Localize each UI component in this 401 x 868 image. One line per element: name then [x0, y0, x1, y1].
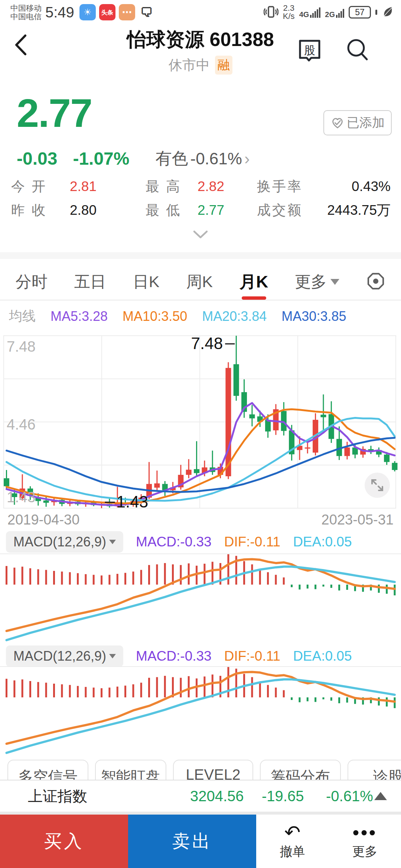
feature-tabs-row: 多空信号 智能盯盘 LEVEL2 筹码分布 诊股 [0, 757, 401, 780]
index-change: -19.65 [262, 788, 304, 805]
y-axis-label-bottom: 1.43 [7, 489, 36, 506]
heart-check-icon [330, 116, 345, 129]
weather-app-icon: ☀ [79, 4, 96, 20]
buy-button[interactable]: 买入 [0, 815, 128, 868]
tab-weekly-k[interactable]: 周K [186, 266, 213, 298]
signal-2g-icon: 2G [325, 7, 344, 18]
sell-button[interactable]: 卖出 [128, 815, 256, 868]
chart-end-date: 2023-05-31 [322, 512, 394, 528]
price-change: -0.03 [17, 148, 57, 169]
chevron-down-icon [190, 229, 211, 240]
action-bar: 买入 卖出 ↶ 撤单 ••• 更多 [0, 815, 401, 868]
active-tab-underline [242, 296, 266, 300]
ma5-value: MA5:3.28 [50, 309, 108, 324]
stat-open: 今 开2.81 [11, 177, 97, 196]
added-label: 已添加 [347, 114, 385, 131]
chat-app-icon: ⋯ [119, 4, 135, 20]
stat-turnover-rate: 换手率0.43% [257, 177, 391, 196]
caret-down-icon [109, 654, 116, 658]
bottom-divider [0, 812, 401, 815]
signal-4g-icon: 4G [299, 7, 321, 18]
cancel-order-button[interactable]: ↶ 撤单 [256, 815, 329, 868]
y-axis-label-mid: 4.46 [7, 416, 36, 433]
index-bar[interactable]: 上证指数 3204.56 -19.65 -0.61% [0, 780, 401, 812]
tab-more[interactable]: 更多 [295, 266, 339, 298]
stat-prev-close: 昨 收2.80 [11, 201, 97, 220]
macd-header-2: MACD(12,26,9) MACD:-0.33 DIF:-0.11 DEA:0… [0, 645, 401, 667]
ma10-value: MA10:3.50 [123, 309, 187, 324]
market-status: 休市中 [169, 56, 210, 75]
svg-text:7.48: 7.48 [191, 334, 223, 352]
kline-canvas: 7.481.43 [0, 330, 401, 511]
watchlist-added-button[interactable]: 已添加 [323, 110, 392, 135]
y-axis-label-top: 7.48 [7, 338, 36, 355]
ma-legend-title: 均线 [9, 307, 36, 325]
macd-chart-1[interactable] [0, 553, 401, 645]
macd-canvas-2 [0, 667, 401, 757]
power-saving-leaf-icon [382, 5, 394, 19]
price-change-pct: -1.07% [73, 148, 129, 169]
macd-value: MACD:-0.33 [136, 534, 212, 550]
macd-value-2: MACD:-0.33 [136, 648, 212, 664]
tab-chip-distribution[interactable]: 筹码分布 [260, 760, 341, 780]
ma30-value: MA30:3.85 [281, 309, 346, 324]
stat-low: 最 低2.77 [146, 201, 224, 220]
dea-value-2: DEA:0.05 [293, 648, 352, 664]
fullscreen-chart-button[interactable] [365, 473, 390, 498]
stock-badge-glyph: 股 [304, 44, 315, 56]
stock-detail-screen: 中国移动 中国电信 5:49 ☀ 头条 ⋯ 🗨 2.3 K/s 4G [0, 0, 401, 868]
carrier-1: 中国移动 [10, 4, 42, 12]
date-range-row: 2019-04-30 2023-05-31 [0, 512, 401, 528]
current-price: 2.77 [17, 90, 92, 136]
sector-change: -0.61% [190, 149, 242, 168]
chart-start-date: 2019-04-30 [7, 512, 79, 528]
stat-amount: 成交额2443.75万 [257, 201, 391, 220]
chart-period-tabs: 分时 五日 日K 周K 月K 更多 [0, 264, 401, 300]
chart-settings-button[interactable] [366, 272, 385, 292]
svg-text:1.43: 1.43 [117, 493, 149, 511]
ma20-value: MA20:3.84 [202, 309, 267, 324]
market-status-row: 休市中 融 [0, 56, 401, 75]
stat-high: 最 高2.82 [146, 177, 224, 196]
tab-level2[interactable]: LEVEL2 [173, 760, 253, 780]
battery-tip-icon [375, 10, 377, 15]
status-bar: 中国移动 中国电信 5:49 ☀ 头条 ⋯ 🗨 2.3 K/s 4G [0, 0, 401, 23]
macd-indicator-selector[interactable]: MACD(12,26,9) [6, 531, 123, 553]
search-button[interactable] [345, 37, 371, 63]
battery-icon: 57 [349, 6, 371, 19]
macd-indicator-selector-2[interactable]: MACD(12,26,9) [6, 645, 123, 667]
macd-chart-2[interactable] [0, 666, 401, 757]
carrier-2: 中国电信 [10, 12, 42, 21]
index-name: 上证指数 [28, 786, 87, 806]
toutiao-app-icon: 头条 [99, 4, 115, 20]
page-title: 怡球资源 601388 [0, 27, 401, 53]
index-value: 3204.56 [190, 788, 244, 805]
chevron-right-icon: › [244, 149, 250, 168]
stock-community-button[interactable]: 股 [298, 39, 322, 65]
margin-badge: 融 [215, 56, 232, 75]
tab-five-day[interactable]: 五日 [74, 266, 106, 298]
vibrate-icon [264, 5, 278, 20]
sector-link[interactable]: 有色 -0.61% › [156, 148, 250, 170]
candlestick-chart[interactable]: 7.481.43 7.48 4.46 1.43 [0, 330, 401, 511]
tab-long-short-signal[interactable]: 多空信号 [7, 760, 88, 780]
wechat-app-icon: 🗨 [138, 4, 155, 20]
gear-icon [366, 272, 385, 291]
tab-diagnose-stock[interactable]: 诊股 [348, 760, 401, 780]
undo-icon: ↶ [284, 822, 301, 842]
tab-monthly-k[interactable]: 月K [239, 266, 268, 298]
caret-down-icon [330, 279, 339, 285]
collapse-up-icon[interactable] [374, 792, 387, 800]
tab-smart-watch[interactable]: 智能盯盘 [95, 760, 166, 780]
dif-value: DIF:-0.11 [224, 534, 280, 550]
section-divider [0, 252, 401, 259]
clock: 5:49 [45, 4, 74, 21]
macd-canvas-1 [0, 554, 401, 645]
dif-value-2: DIF:-0.11 [224, 648, 280, 664]
search-icon [345, 37, 371, 63]
expand-arrows-icon [370, 478, 385, 493]
tab-daily-k[interactable]: 日K [133, 266, 160, 298]
tab-minute[interactable]: 分时 [16, 266, 48, 298]
more-button[interactable]: ••• 更多 [329, 815, 401, 868]
expand-quote-button[interactable] [186, 229, 215, 246]
